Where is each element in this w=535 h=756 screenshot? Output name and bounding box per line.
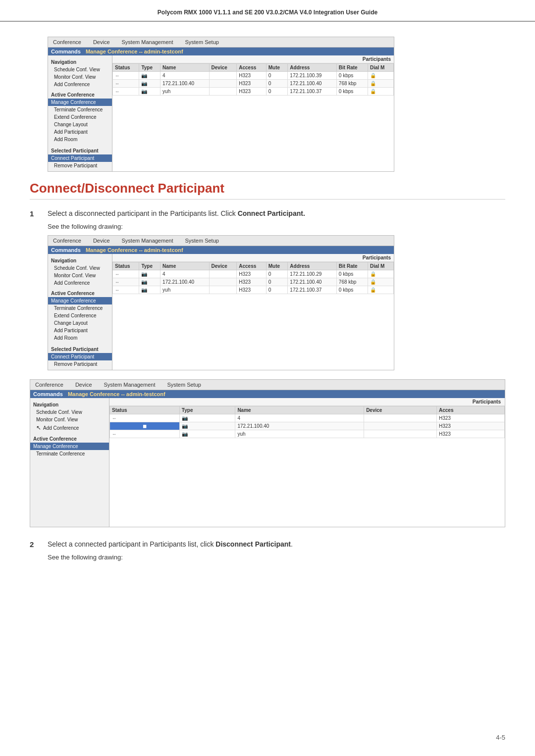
menu-syssetup-1[interactable]: System Setup xyxy=(183,38,220,46)
nav-schedule-2[interactable]: Schedule Conf. View xyxy=(48,264,112,272)
manage-conf-label-3: Manage Conference -- admin-testconf xyxy=(68,391,165,397)
nav-manage-conf-1[interactable]: Manage Conference xyxy=(48,99,112,106)
menu-device-1[interactable]: Device xyxy=(91,38,112,46)
nav-manage-conf-2[interactable]: Manage Conference xyxy=(48,297,112,304)
nav-change-layout-1[interactable]: Change Layout xyxy=(48,121,112,128)
col-status-2: Status xyxy=(113,262,139,270)
cell-mute: 0 xyxy=(266,270,288,278)
cell-access: H323 xyxy=(237,88,266,96)
see-drawing-2: See the following drawing: xyxy=(48,554,505,561)
menu-conference-2[interactable]: Conference xyxy=(51,237,83,245)
cell-dialm: 🔒 xyxy=(368,286,394,294)
menu-device-3[interactable]: Device xyxy=(73,381,94,389)
nav-add-conf-3[interactable]: ↖Add Conference xyxy=(30,423,109,432)
cell-type: 📷 xyxy=(139,270,160,278)
step-1-row: 1 Select a disconnected participant in t… xyxy=(30,208,505,219)
col-device-3: Device xyxy=(364,406,437,414)
col-device-1: Device xyxy=(209,64,237,72)
cell-type: 📷 xyxy=(179,430,235,438)
col-status-3: Status xyxy=(110,406,180,414)
table-row: ↔ 📷 172.21.100.40 H323 0 172.21.100.40 7… xyxy=(113,80,394,88)
cell-mute: 0 xyxy=(266,72,288,80)
nav-monitor-1[interactable]: Monitor Conf. View xyxy=(48,73,112,81)
cell-status: ↔ xyxy=(110,414,180,422)
col-mute-1: Mute xyxy=(266,64,288,72)
cell-name: yuh xyxy=(160,286,209,294)
left-nav-3: Navigation Schedule Conf. View Monitor C… xyxy=(30,398,109,527)
nav-add-room-2[interactable]: Add Room xyxy=(48,334,112,342)
cell-mute: 0 xyxy=(266,278,288,286)
cell-device xyxy=(364,430,437,438)
nav-schedule-1[interactable]: Schedule Conf. View xyxy=(48,66,112,73)
cell-type: 📷 xyxy=(139,88,160,96)
menu-conference-3[interactable]: Conference xyxy=(33,381,65,389)
menu-bar-2: Conference Device System Management Syst… xyxy=(48,236,394,246)
nav-extend-2[interactable]: Extend Conference xyxy=(48,312,112,319)
nav-add-participant-2[interactable]: Add Participant xyxy=(48,327,112,334)
menu-bar-1: Conference Device System Management Syst… xyxy=(48,37,394,48)
page-number: 4-5 xyxy=(496,734,505,741)
col-access-3: Acces xyxy=(437,406,505,414)
nav-remove-participant-1[interactable]: Remove Participant xyxy=(48,162,112,169)
cell-type: 📷 xyxy=(139,286,160,294)
cell-dialm: 🔒 xyxy=(368,80,394,88)
nav-add-room-1[interactable]: Add Room xyxy=(48,136,112,143)
ui-main-1: Participants Status Type Name Device Acc… xyxy=(112,55,394,171)
ui-mockup-2: Conference Device System Management Syst… xyxy=(48,235,394,370)
cell-name: yuh xyxy=(160,88,209,96)
participants-header-3: Participants xyxy=(109,398,505,406)
cell-name: 4 xyxy=(235,414,364,422)
cell-type: 📷 xyxy=(139,80,160,88)
commands-label-1: Commands xyxy=(51,49,81,54)
ui-main-3: Participants Status Type Name Device Acc… xyxy=(109,398,505,527)
cell-mute: 0 xyxy=(266,88,288,96)
active-conf-label-1: Active Conference xyxy=(48,90,112,99)
nav-monitor-2[interactable]: Monitor Conf. View xyxy=(48,272,112,279)
nav-terminate-3[interactable]: Terminate Conference xyxy=(30,450,109,457)
cell-status: ↔ xyxy=(113,88,139,96)
cell-access: H323 xyxy=(237,72,266,80)
nav-terminate-2[interactable]: Terminate Conference xyxy=(48,304,112,312)
menu-device-2[interactable]: Device xyxy=(91,237,112,245)
nav-monitor-3[interactable]: Monitor Conf. View xyxy=(30,416,109,423)
nav-manage-conf-3[interactable]: Manage Conference xyxy=(30,443,109,450)
cell-access: H323 xyxy=(237,278,266,286)
menu-syssetup-2[interactable]: System Setup xyxy=(183,237,220,245)
cell-type: 📷 xyxy=(179,414,235,422)
nav-extend-1[interactable]: Extend Conference xyxy=(48,113,112,121)
cell-name: 172.21.100.40 xyxy=(160,278,209,286)
cell-bitrate: 768 kbp xyxy=(336,80,368,88)
cell-mute: 0 xyxy=(266,80,288,88)
menu-sysmanage-3[interactable]: System Management xyxy=(102,381,158,389)
table-row: ↔ 📷 4 H323 xyxy=(110,414,505,422)
nav-remove-participant-2[interactable]: Remove Participant xyxy=(48,360,112,368)
nav-schedule-3[interactable]: Schedule Conf. View xyxy=(30,408,109,416)
menu-conference-1[interactable]: Conference xyxy=(51,38,83,46)
nav-add-participant-1[interactable]: Add Participant xyxy=(48,128,112,136)
ui-body-2: Navigation Schedule Conf. View Monitor C… xyxy=(48,254,394,370)
col-dialm-1: Dial M xyxy=(368,64,394,72)
col-type-2: Type xyxy=(139,262,160,270)
nav-change-layout-2[interactable]: Change Layout xyxy=(48,319,112,327)
nav-add-conf-1[interactable]: Add Conference xyxy=(48,81,112,88)
col-address-1: Address xyxy=(288,64,336,72)
step-1-num: 1 xyxy=(30,208,48,218)
menu-sysmanage-1[interactable]: System Management xyxy=(120,38,175,46)
cell-device xyxy=(364,422,437,430)
cell-device xyxy=(209,270,237,278)
nav-navigation-label-1: Navigation xyxy=(48,57,112,66)
menu-syssetup-3[interactable]: System Setup xyxy=(165,381,203,389)
nav-connect-participant-2[interactable]: Connect Participant xyxy=(48,353,112,360)
nav-terminate-1[interactable]: Terminate Conference xyxy=(48,106,112,113)
cell-address: 172.21.100.39 xyxy=(288,72,336,80)
table-row: ↔ 📷 yuh H323 xyxy=(110,430,505,438)
cell-dialm: 🔒 xyxy=(368,278,394,286)
nav-connect-participant-1[interactable]: Connect Participant xyxy=(48,154,112,162)
cell-address: 172.21.100.37 xyxy=(288,88,336,96)
cell-bitrate: 768 kbp xyxy=(336,278,368,286)
menu-sysmanage-2[interactable]: System Management xyxy=(120,237,175,245)
cell-bitrate: 0 kbps xyxy=(336,72,368,80)
nav-add-conf-2[interactable]: Add Conference xyxy=(48,279,112,287)
selected-participant-label-1: Selected Participant xyxy=(48,145,112,154)
left-nav-1: Navigation Schedule Conf. View Monitor C… xyxy=(48,55,112,171)
